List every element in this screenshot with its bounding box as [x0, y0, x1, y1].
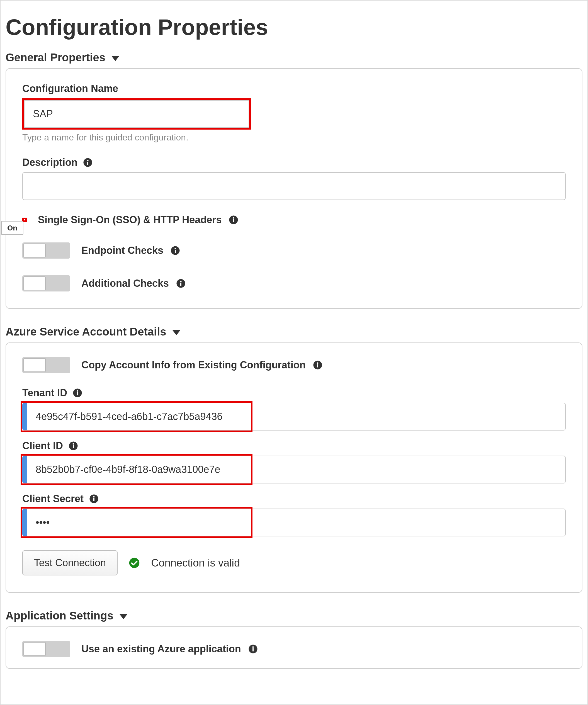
label-tenant-id-text: Tenant ID	[22, 387, 67, 399]
input-config-name[interactable]	[24, 100, 249, 128]
toggle-label-copy-existing-text: Copy Account Info from Existing Configur…	[81, 359, 306, 371]
toggle-label-additional: Additional Checks	[81, 278, 186, 289]
svg-rect-16	[77, 392, 78, 395]
toggle-label-copy-existing: Copy Account Info from Existing Configur…	[81, 359, 322, 371]
section-header-azure[interactable]: Azure Service Account Details	[6, 325, 582, 338]
connection-status-text: Connection is valid	[151, 557, 240, 569]
toggle-row-copy-existing: Copy Account Info from Existing Configur…	[22, 357, 566, 373]
field-wrap-tenant-id	[22, 403, 566, 430]
label-client-id: Client ID	[22, 440, 566, 452]
toggle-row-additional: Additional Checks	[22, 275, 566, 291]
svg-rect-26	[253, 648, 254, 651]
input-tenant-id[interactable]	[22, 403, 566, 430]
svg-rect-7	[175, 250, 176, 253]
info-icon[interactable]	[176, 279, 186, 288]
panel-azure: Copy Account Info from Existing Configur…	[6, 342, 582, 593]
toggle-row-use-existing: Use an existing Azure application	[22, 641, 566, 657]
svg-rect-22	[93, 498, 94, 501]
svg-point-20	[73, 443, 74, 444]
info-icon[interactable]	[313, 360, 322, 370]
field-wrap-client-id	[22, 456, 566, 483]
toggle-label-use-existing-text: Use an existing Azure application	[81, 643, 241, 655]
section-title-app: Application Settings	[6, 609, 114, 622]
label-description: Description	[22, 156, 566, 168]
svg-rect-13	[317, 364, 318, 367]
connection-row: Test Connection Connection is valid	[22, 550, 566, 575]
input-description[interactable]	[22, 172, 566, 200]
label-description-text: Description	[22, 156, 78, 168]
toggle-sso-knob: On	[1, 221, 24, 235]
svg-point-27	[252, 646, 254, 648]
svg-point-11	[180, 281, 182, 282]
toggle-additional[interactable]	[22, 275, 70, 291]
svg-rect-4	[233, 219, 234, 222]
section-header-general[interactable]: General Properties	[6, 51, 582, 64]
toggle-label-endpoint-text: Endpoint Checks	[81, 245, 163, 256]
section-title-general: General Properties	[6, 51, 105, 64]
label-config-name: Configuration Name	[22, 83, 566, 94]
svg-point-2	[87, 160, 88, 161]
toggle-label-sso-text: Single Sign-On (SSO) & HTTP Headers	[38, 214, 222, 226]
toggle-row-sso: On Single Sign-On (SSO) & HTTP Headers	[22, 214, 566, 226]
toggle-endpoint-knob	[24, 243, 46, 257]
toggle-copy-existing-knob	[24, 358, 46, 372]
label-client-secret: Client Secret	[22, 493, 566, 505]
label-config-name-text: Configuration Name	[22, 83, 118, 94]
check-circle-icon	[129, 557, 140, 568]
caret-down-icon	[120, 614, 127, 619]
toggle-label-use-existing: Use an existing Azure application	[81, 643, 258, 655]
help-config-name: Type a name for this guided configuratio…	[22, 132, 566, 143]
toggle-use-existing-knob	[24, 642, 46, 656]
info-icon[interactable]	[73, 388, 82, 397]
svg-point-24	[129, 558, 140, 568]
panel-general: Configuration Name Type a name for this …	[6, 68, 582, 309]
highlight-sso-toggle: On	[22, 218, 27, 222]
svg-point-14	[317, 362, 318, 364]
label-client-secret-text: Client Secret	[22, 493, 84, 505]
input-client-id[interactable]	[22, 456, 566, 483]
svg-point-8	[174, 248, 176, 249]
svg-rect-1	[87, 161, 88, 165]
info-icon[interactable]	[83, 158, 93, 167]
toggle-label-additional-text: Additional Checks	[81, 278, 169, 289]
toggle-label-endpoint: Endpoint Checks	[81, 245, 180, 256]
label-tenant-id: Tenant ID	[22, 387, 566, 399]
svg-rect-10	[180, 283, 181, 286]
caret-down-icon	[173, 330, 180, 335]
svg-point-17	[77, 390, 78, 391]
toggle-row-endpoint: Endpoint Checks	[22, 242, 566, 258]
info-icon[interactable]	[69, 441, 78, 451]
test-connection-button[interactable]: Test Connection	[22, 550, 118, 575]
toggle-copy-existing[interactable]	[22, 357, 70, 373]
toggle-use-existing[interactable]	[22, 641, 70, 657]
label-client-id-text: Client ID	[22, 440, 63, 452]
page-title: Configuration Properties	[6, 14, 582, 40]
info-icon[interactable]	[89, 494, 99, 504]
svg-point-5	[233, 217, 234, 219]
field-wrap-client-secret	[22, 509, 566, 536]
panel-app: Use an existing Azure application	[6, 626, 582, 669]
input-client-secret[interactable]	[22, 509, 566, 536]
caret-down-icon	[111, 56, 119, 61]
toggle-endpoint[interactable]	[22, 242, 70, 258]
svg-rect-19	[73, 445, 74, 448]
info-icon[interactable]	[171, 246, 180, 255]
section-title-azure: Azure Service Account Details	[6, 325, 166, 338]
svg-point-23	[93, 496, 95, 498]
info-icon[interactable]	[248, 644, 258, 654]
info-icon[interactable]	[229, 215, 238, 225]
section-header-app[interactable]: Application Settings	[6, 609, 582, 622]
toggle-additional-knob	[24, 276, 46, 290]
toggle-label-sso: Single Sign-On (SSO) & HTTP Headers	[38, 214, 238, 226]
highlight-config-name	[22, 98, 251, 130]
